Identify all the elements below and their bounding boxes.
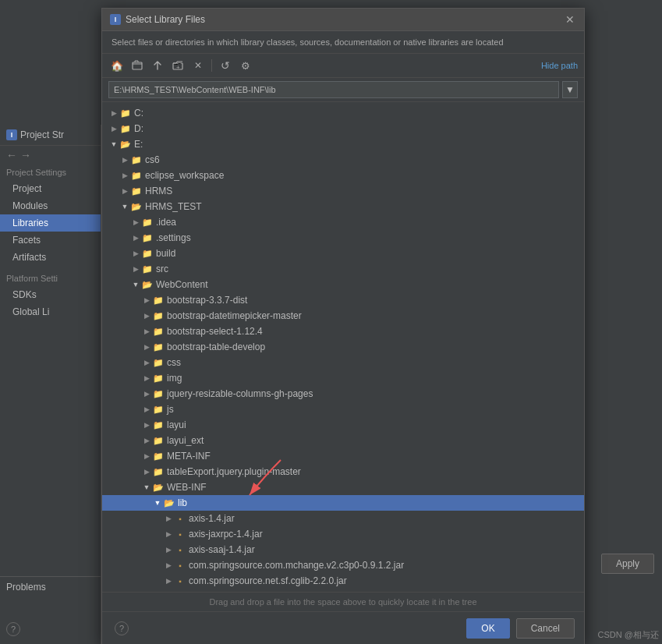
expand-bootstrap337[interactable]: ▶ bbox=[141, 295, 152, 306]
expand-webinf[interactable]: ▼ bbox=[141, 482, 152, 493]
tree-item-hrms[interactable]: ▶ 📁 HRMS bbox=[102, 183, 584, 199]
path-dropdown[interactable]: ▼ bbox=[562, 81, 578, 98]
help-icon[interactable]: ? bbox=[6, 622, 20, 636]
tree-item-settings[interactable]: ▶ 📁 .settings bbox=[102, 230, 584, 246]
expand-eclipse[interactable]: ▶ bbox=[119, 170, 130, 181]
project-settings-label: Project Settings bbox=[0, 165, 101, 180]
new-dir-button[interactable]: + bbox=[169, 57, 186, 74]
folder-icon-bootstrap337: 📁 bbox=[152, 295, 165, 306]
tree-item-tableexport[interactable]: ▶ 📁 tableExport.jquery.plugin-master bbox=[102, 464, 584, 479]
tree-item-cs6[interactable]: ▶ 📁 cs6 bbox=[102, 152, 584, 168]
forward-btn[interactable]: → bbox=[20, 149, 31, 161]
expand-axisjaxrpc[interactable]: ▶ bbox=[163, 529, 174, 540]
expand-hrms-test[interactable]: ▼ bbox=[119, 201, 130, 212]
tree-item-build[interactable]: ▶ 📁 build bbox=[102, 246, 584, 261]
tree-item-lib[interactable]: ▼ 📂 lib bbox=[102, 495, 584, 511]
expand-css[interactable]: ▶ bbox=[141, 357, 152, 368]
tree-item-layui[interactable]: ▶ 📁 layui bbox=[102, 417, 584, 433]
help-dialog-icon[interactable]: ? bbox=[115, 621, 129, 635]
home-button[interactable]: 🏠 bbox=[108, 57, 126, 74]
apply-button-bg[interactable]: Apply bbox=[601, 554, 654, 574]
expand-axissaaj[interactable]: ▶ bbox=[163, 544, 174, 555]
expand-cs6[interactable]: ▶ bbox=[119, 154, 130, 165]
tree-item-axisjaxrpc[interactable]: ▶ ▪ axis-jaxrpc-1.4.jar bbox=[102, 526, 584, 542]
tree-item-axissaaj[interactable]: ▶ ▪ axis-saaj-1.4.jar bbox=[102, 542, 584, 557]
refresh-button[interactable]: ↺ bbox=[217, 57, 234, 74]
tree-item-webcontent[interactable]: ▼ 📂 WebContent bbox=[102, 277, 584, 292]
folder-icon-bootstrapdtp: 📁 bbox=[152, 310, 165, 321]
folder-icon-layui-ext: 📁 bbox=[152, 435, 165, 446]
expand-lib[interactable]: ▼ bbox=[152, 497, 163, 508]
tree-item-webinf[interactable]: ▼ 📂 WEB-INF bbox=[102, 479, 584, 495]
expand-bootstrapdtp[interactable]: ▶ bbox=[141, 310, 152, 321]
expand-axis14[interactable]: ▶ bbox=[163, 513, 174, 524]
expand-img[interactable]: ▶ bbox=[141, 373, 152, 384]
tree-item-src[interactable]: ▶ 📁 src bbox=[102, 261, 584, 277]
tree-item-c[interactable]: ▶ 📁 C: bbox=[102, 105, 584, 121]
tree-item-jquery-resizable[interactable]: ▶ 📁 jquery-resizable-columns-gh-pages bbox=[102, 386, 584, 402]
expand-layui-ext[interactable]: ▶ bbox=[141, 435, 152, 446]
expand-settings[interactable]: ▶ bbox=[130, 232, 141, 243]
dialog-title: Select Library Files bbox=[126, 14, 205, 25]
folder-icon-eclipse: 📁 bbox=[130, 170, 143, 181]
tree-item-layui-ext[interactable]: ▶ 📁 layui_ext bbox=[102, 433, 584, 448]
tree-item-metainf[interactable]: ▶ 📁 META-INF bbox=[102, 448, 584, 464]
expand-jquery-resizable[interactable]: ▶ bbox=[141, 388, 152, 399]
expand-e[interactable]: ▼ bbox=[108, 139, 119, 150]
expand-bootstrapselect[interactable]: ▶ bbox=[141, 326, 152, 337]
jar-icon-axis14: ▪ bbox=[174, 513, 186, 524]
tree-item-bootstrap337[interactable]: ▶ 📁 bootstrap-3.3.7-dist bbox=[102, 292, 584, 308]
ok-button[interactable]: OK bbox=[466, 618, 509, 639]
delete-button[interactable]: ✕ bbox=[189, 57, 207, 74]
tree-item-img[interactable]: ▶ 📁 img bbox=[102, 370, 584, 386]
tree-item-hrms-test[interactable]: ▼ 📂 HRMS_TEST bbox=[102, 199, 584, 214]
tree-item-bootstrapdtp[interactable]: ▶ 📁 bootstrap-datetimepicker-master bbox=[102, 308, 584, 324]
expand-d[interactable]: ▶ bbox=[108, 123, 119, 134]
tree-item-bootstraptable[interactable]: ▶ 📁 bootstrap-table-develop bbox=[102, 339, 584, 355]
expand-webcontent[interactable]: ▼ bbox=[130, 279, 141, 290]
new-folder-button[interactable] bbox=[129, 57, 146, 74]
cancel-button[interactable]: Cancel bbox=[516, 618, 575, 639]
expand-hrms[interactable]: ▶ bbox=[119, 186, 130, 196]
expand-layui[interactable]: ▶ bbox=[141, 419, 152, 430]
tree-item-e[interactable]: ▼ 📂 E: bbox=[102, 136, 584, 152]
dialog-icon: I bbox=[110, 14, 121, 25]
expand-src[interactable]: ▶ bbox=[130, 264, 141, 274]
apply-button[interactable]: Apply bbox=[601, 554, 654, 574]
folder-icon-css: 📁 bbox=[152, 357, 165, 368]
expand-c[interactable]: ▶ bbox=[108, 108, 119, 119]
tree-item-idea[interactable]: ▶ 📁 .idea bbox=[102, 214, 584, 230]
nav-global-lib[interactable]: Global Li bbox=[0, 303, 101, 320]
tree-item-com-mchange[interactable]: ▶ ▪ com.springsource.com.mchange.v2.c3p0… bbox=[102, 557, 584, 573]
expand-js[interactable]: ▶ bbox=[141, 404, 152, 415]
nav-project[interactable]: Project bbox=[0, 180, 101, 197]
tree-item-bootstrapselect[interactable]: ▶ 📁 bootstrap-select-1.12.4 bbox=[102, 324, 584, 339]
expand-tableexport[interactable]: ▶ bbox=[141, 466, 152, 477]
tree-item-js[interactable]: ▶ 📁 js bbox=[102, 402, 584, 417]
up-button[interactable] bbox=[149, 57, 166, 74]
expand-bootstraptable[interactable]: ▶ bbox=[141, 341, 152, 352]
file-tree[interactable]: ▶ 📁 C: ▶ 📁 D: ▼ 📂 E: ▶ 📁 cs6 ▶ bbox=[102, 102, 584, 592]
hide-path-link[interactable]: Hide path bbox=[541, 61, 578, 70]
expand-com-cglib[interactable]: ▶ bbox=[163, 575, 174, 586]
nav-artifacts[interactable]: Artifacts bbox=[0, 249, 101, 266]
expand-metainf[interactable]: ▶ bbox=[141, 451, 152, 462]
back-btn[interactable]: ← bbox=[6, 149, 17, 161]
label-d: D: bbox=[134, 123, 143, 134]
expand-idea[interactable]: ▶ bbox=[130, 217, 141, 228]
expand-build[interactable]: ▶ bbox=[130, 248, 141, 259]
tree-item-com-cglib[interactable]: ▶ ▪ com.springsource.net.sf.cglib-2.2.0.… bbox=[102, 573, 584, 589]
tree-item-css[interactable]: ▶ 📁 css bbox=[102, 355, 584, 370]
nav-libraries[interactable]: Libraries bbox=[0, 214, 101, 232]
nav-facets[interactable]: Facets bbox=[0, 232, 101, 249]
nav-sdks[interactable]: SDKs bbox=[0, 286, 101, 303]
settings-button[interactable]: ⚙ bbox=[237, 57, 254, 74]
folder-icon-bootstraptable: 📁 bbox=[152, 341, 165, 352]
tree-item-eclipse[interactable]: ▶ 📁 eclipse_workspace bbox=[102, 168, 584, 183]
tree-item-axis14[interactable]: ▶ ▪ axis-1.4.jar bbox=[102, 511, 584, 526]
tree-item-d[interactable]: ▶ 📁 D: bbox=[102, 121, 584, 136]
close-button[interactable]: ✕ bbox=[564, 13, 576, 26]
path-input[interactable] bbox=[108, 81, 559, 98]
nav-modules[interactable]: Modules bbox=[0, 197, 101, 214]
expand-com-mchange[interactable]: ▶ bbox=[163, 560, 174, 571]
